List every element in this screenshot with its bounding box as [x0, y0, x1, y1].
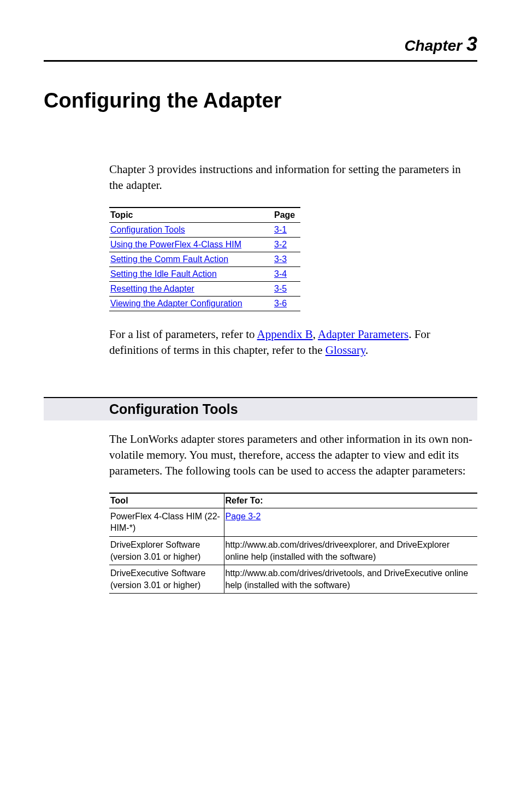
glossary-link[interactable]: Glossary [325, 343, 365, 357]
topic-link[interactable]: Setting the Idle Fault Action [110, 269, 217, 278]
refer-cell: http://www.ab.com/drives/driveexplorer, … [224, 536, 477, 565]
topic-table: Topic Page Configuration Tools 3-1 Using… [109, 207, 300, 311]
refer-header: Refer To: [224, 493, 477, 508]
section-body: The LonWorks adapter stores parameters a… [109, 431, 477, 479]
section-body-block: The LonWorks adapter stores parameters a… [109, 431, 477, 594]
table-row: DriveExplorer Software (version 3.01 or … [109, 536, 477, 565]
tool-cell: PowerFlex 4-Class HIM (22-HIM-*) [109, 508, 224, 536]
table-row: Setting the Comm Fault Action 3-3 [109, 252, 300, 266]
section-heading-wrap: Configuration Tools [44, 397, 477, 420]
page-link[interactable]: 3-6 [274, 299, 287, 308]
refer-cell: Page 3-2 [224, 508, 477, 536]
appendix-link[interactable]: Appendix B [257, 328, 313, 341]
intro-block: Chapter 3 provides instructions and info… [109, 162, 477, 359]
page-link[interactable]: 3-4 [274, 269, 287, 278]
table-row: Viewing the Adapter Configuration 3-6 [109, 296, 300, 311]
followup-sep1: , [313, 328, 318, 341]
topic-header: Topic [109, 208, 273, 223]
table-row: Setting the Idle Fault Action 3-4 [109, 266, 300, 281]
tool-table: Tool Refer To: PowerFlex 4-Class HIM (22… [109, 493, 477, 594]
topic-link[interactable]: Configuration Tools [110, 225, 185, 234]
table-row: Using the PowerFlex 4-Class HIM 3-2 [109, 237, 300, 252]
topic-link[interactable]: Resetting the Adapter [110, 284, 194, 293]
followup-text: For a list of parameters, refer to Appen… [109, 327, 477, 359]
tool-header: Tool [109, 493, 224, 508]
table-row: PowerFlex 4-Class HIM (22-HIM-*) Page 3-… [109, 508, 477, 536]
chapter-label: Chapter [404, 37, 462, 54]
followup-pre1: For a list of parameters, refer to [109, 328, 257, 341]
chapter-number: 3 [466, 33, 477, 55]
page-link[interactable]: 3-5 [274, 284, 287, 293]
table-row: Resetting the Adapter 3-5 [109, 281, 300, 296]
page-link[interactable]: 3-2 [274, 240, 287, 249]
page-link[interactable]: 3-1 [274, 225, 287, 234]
page-header: Page [273, 208, 300, 223]
page-title: Configuring the Adapter [44, 89, 477, 112]
chapter-header: Chapter 3 [44, 33, 477, 56]
intro-text: Chapter 3 provides instructions and info… [109, 162, 477, 194]
topic-link[interactable]: Using the PowerFlex 4-Class HIM [110, 240, 241, 249]
page-ref-link[interactable]: Page 3-2 [226, 512, 261, 521]
tool-cell: DriveExplorer Software (version 3.01 or … [109, 536, 224, 565]
topic-link[interactable]: Setting the Comm Fault Action [110, 254, 228, 264]
chapter-underline [44, 60, 477, 62]
page-link[interactable]: 3-3 [274, 254, 287, 264]
section-heading: Configuration Tools [109, 401, 477, 417]
table-row: DriveExecutive Software (version 3.01 or… [109, 565, 477, 594]
followup-post2: . [365, 343, 368, 357]
refer-cell: http://www.ab.com/drives/drivetools, and… [224, 565, 477, 594]
adapter-params-link[interactable]: Adapter Parameters [318, 328, 408, 341]
table-row: Configuration Tools 3-1 [109, 222, 300, 237]
topic-link[interactable]: Viewing the Adapter Configuration [110, 299, 242, 308]
tool-cell: DriveExecutive Software (version 3.01 or… [109, 565, 224, 594]
